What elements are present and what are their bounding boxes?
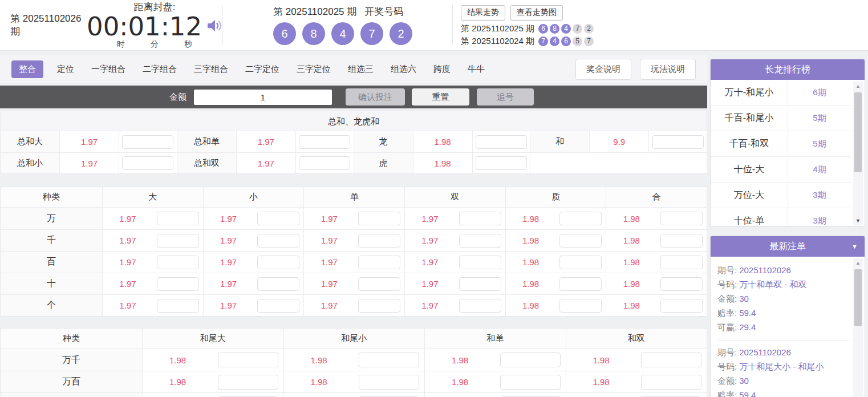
bet-amount-input[interactable] (559, 256, 602, 269)
tab-3[interactable]: 一字组合 (91, 64, 125, 75)
tab-6[interactable]: 二字定位 (245, 64, 279, 75)
bet-amount-input[interactable] (559, 299, 602, 313)
tab-5[interactable]: 三字组合 (194, 64, 228, 75)
bet-amount-input[interactable] (157, 234, 199, 248)
bet-amount-input[interactable] (257, 299, 299, 313)
positions-odds-table: 种类大小单双质合 万1.971.971.971.971.981.98千1.971… (0, 187, 707, 317)
tab-4[interactable]: 二字组合 (143, 64, 177, 75)
tab-2[interactable]: 定位 (57, 64, 74, 75)
bet-amount-input[interactable] (459, 299, 501, 313)
bet-amount-input[interactable] (358, 299, 400, 313)
reset-button[interactable]: 重置 (412, 88, 469, 106)
confirm-bet-button[interactable]: 确认投注 (346, 88, 405, 106)
tab-7[interactable]: 三字定位 (297, 64, 331, 75)
scroll-up-icon[interactable]: ▲ (853, 258, 863, 268)
bet-amount-input[interactable] (359, 353, 419, 367)
bet-odds: 1.97 (405, 230, 455, 251)
amount-input[interactable] (194, 90, 332, 105)
bet-amount-input[interactable] (257, 277, 299, 291)
bet-input-cell (354, 273, 404, 294)
bet-amount-input[interactable] (476, 156, 527, 170)
odds-table-row: 个1.971.971.971.971.981.98 (1, 294, 707, 316)
prize-info-button[interactable]: 奖金说明 (575, 59, 631, 80)
bet-cell-group: 1.97 (102, 208, 203, 229)
bet-amount-input[interactable] (358, 256, 400, 269)
bet-amount-input[interactable] (559, 277, 602, 291)
bet-odds: 1.97 (304, 252, 354, 273)
bet-amount-input[interactable] (257, 234, 299, 248)
ranking-name: 十位-单 (711, 208, 788, 226)
bet-amount-input[interactable] (660, 277, 703, 291)
bet-amount-input[interactable] (500, 375, 561, 390)
column-header: 和单 (424, 329, 566, 349)
tab-10[interactable]: 跨度 (433, 64, 451, 75)
bet-amount-input[interactable] (660, 256, 703, 269)
bet-amount-input[interactable] (459, 212, 501, 225)
bet-amount-input[interactable] (157, 299, 199, 313)
bet-amount-input[interactable] (299, 156, 350, 170)
bet-input-cell (455, 230, 505, 251)
bet-amount-input[interactable] (299, 135, 350, 149)
tab-1[interactable]: 整合 (11, 60, 43, 78)
speaker-icon[interactable] (206, 18, 222, 35)
bet-field-win: 可赢:29.4 (717, 321, 850, 333)
bet-amount-input[interactable] (459, 256, 501, 269)
scroll-down-icon[interactable]: ▼ (853, 216, 863, 225)
history-ball: 7 (538, 37, 548, 46)
bet-amount-input[interactable] (500, 353, 561, 367)
bet-amount-input[interactable] (157, 277, 199, 291)
bet-amount-input[interactable] (559, 212, 602, 225)
tab-8[interactable]: 组选三 (348, 64, 374, 75)
chase-number-button[interactable]: 追号 (477, 88, 534, 106)
bet-cell-group: 1.98 (283, 349, 425, 371)
bet-input-cell (656, 295, 707, 316)
collapse-caret-icon[interactable]: ▼ (851, 243, 858, 250)
bet-amount-input[interactable] (660, 212, 703, 225)
bet-amount-input[interactable] (218, 353, 278, 367)
bet-cell-group: 1.97 (303, 208, 404, 229)
row-label: 十 (1, 273, 102, 294)
bet-amount-input[interactable] (652, 135, 704, 149)
rules-info-button[interactable]: 玩法说明 (640, 59, 696, 80)
bet-option-label: 总和双 (177, 153, 237, 173)
bet-amount-input[interactable] (476, 135, 527, 149)
bet-input-cell (153, 252, 203, 273)
result-trend-button[interactable]: 结果走势 (461, 5, 505, 21)
tab-11[interactable]: 牛牛 (468, 64, 485, 75)
current-issue: 第 20251102026 期 (0, 12, 87, 38)
bet-amount-input[interactable] (660, 234, 703, 248)
bet-amount-input[interactable] (459, 277, 501, 291)
bet-amount-input[interactable] (157, 212, 199, 225)
bet-odds: 1.97 (405, 208, 455, 229)
bet-amount-input[interactable] (122, 156, 173, 170)
bet-amount-input[interactable] (641, 375, 701, 390)
scrollbar-thumb[interactable] (854, 92, 862, 172)
bet-odds: 1.98 (506, 230, 556, 251)
bet-amount-input[interactable] (359, 375, 419, 390)
bets-scrollbar[interactable]: ▲ ▼ (853, 258, 863, 397)
unit-hour: 时 (117, 39, 125, 50)
view-trend-chart-button[interactable]: 查看走势图 (510, 5, 563, 21)
bet-odds: 1.97 (204, 208, 254, 229)
bet-amount-input[interactable] (358, 212, 400, 225)
bet-amount-input[interactable] (157, 256, 199, 269)
bet-amount-input[interactable] (122, 135, 173, 149)
scrollbar-thumb[interactable] (854, 269, 862, 326)
bet-odds: 1.98 (506, 252, 556, 273)
bet-amount-input[interactable] (660, 299, 703, 313)
bet-odds: 1.97 (237, 131, 296, 152)
bet-amount-input[interactable] (459, 234, 501, 248)
tab-9[interactable]: 组选六 (391, 64, 416, 75)
bet-amount-input[interactable] (641, 353, 701, 367)
bet-amount-input[interactable] (257, 212, 299, 225)
bet-amount-input[interactable] (218, 375, 278, 390)
bet-amount-input[interactable] (358, 277, 400, 291)
bet-amount-input[interactable] (358, 234, 400, 248)
scroll-up-icon[interactable]: ▲ (853, 82, 863, 91)
ranking-scrollbar[interactable]: ▲ ▼ (853, 82, 863, 225)
draw-ball: 7 (360, 22, 383, 45)
bet-amount-input[interactable] (559, 234, 602, 248)
bet-odds: 1.97 (237, 153, 296, 173)
bet-amount-input[interactable] (257, 256, 299, 269)
bet-cell-group: 1.97 (203, 252, 304, 273)
